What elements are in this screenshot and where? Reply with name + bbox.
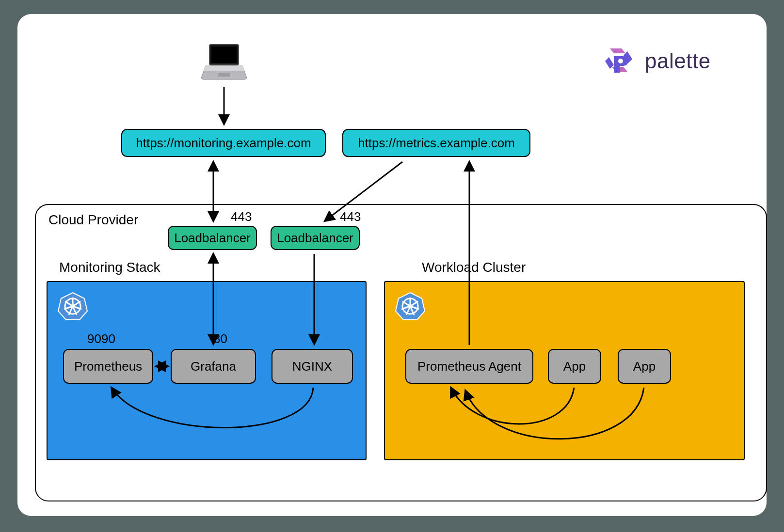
prometheus-agent-label: Prometheus Agent <box>417 359 521 374</box>
app1-box: App <box>548 349 601 384</box>
loadbalancer-left: Loadbalancer <box>168 226 257 250</box>
palette-brand: palette <box>601 43 711 79</box>
svg-rect-3 <box>218 73 230 77</box>
monitoring-stack-label: Monitoring Stack <box>59 260 160 275</box>
prometheus-agent-box: Prometheus Agent <box>405 349 533 384</box>
metrics-url-box: https://metrics.example.com <box>342 129 530 157</box>
monitoring-url-box: https://monitoring.example.com <box>121 129 326 157</box>
diagram-stage: palette https://monitoring.example.com h… <box>0 0 784 532</box>
kubernetes-icon <box>57 291 88 324</box>
loadbalancer-right-label: Loadbalancer <box>277 231 353 246</box>
laptop-icon <box>201 43 247 84</box>
kubernetes-icon <box>395 291 426 324</box>
metrics-url-text: https://metrics.example.com <box>358 136 515 151</box>
loadbalancer-left-label: Loadbalancer <box>174 231 251 246</box>
svg-point-13 <box>71 304 75 308</box>
grafana-box: Grafana <box>171 349 256 384</box>
workload-cluster-label: Workload Cluster <box>422 260 526 275</box>
prometheus-port: 9090 <box>87 331 115 346</box>
monitoring-url-text: https://monitoring.example.com <box>136 136 311 151</box>
loadbalancer-right: Loadbalancer <box>271 226 360 250</box>
grafana-port: 80 <box>213 331 227 346</box>
nginx-label: NGINX <box>292 359 332 374</box>
svg-point-23 <box>408 304 412 308</box>
prometheus-label: Prometheus <box>74 359 142 374</box>
palette-logo-icon <box>601 43 636 79</box>
prometheus-box: Prometheus <box>63 349 153 384</box>
cloud-provider-label: Cloud Provider <box>48 212 138 228</box>
grafana-label: Grafana <box>191 359 236 374</box>
app1-label: App <box>563 359 586 374</box>
svg-rect-2 <box>211 47 237 63</box>
app2-box: App <box>618 349 671 384</box>
loadbalancer-right-port: 443 <box>340 209 361 224</box>
loadbalancer-left-port: 443 <box>231 209 252 224</box>
palette-brand-text: palette <box>645 49 711 73</box>
svg-point-0 <box>618 59 623 63</box>
nginx-box: NGINX <box>272 349 353 384</box>
app2-label: App <box>633 359 656 374</box>
